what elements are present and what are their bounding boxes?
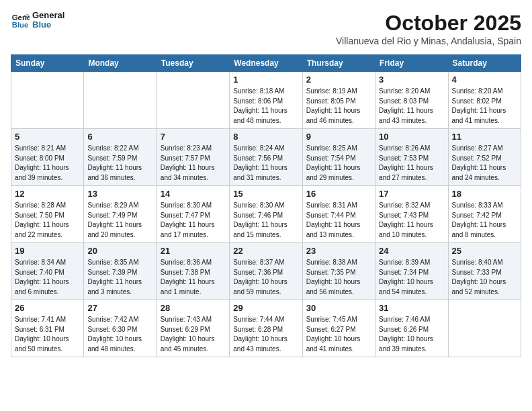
day-info: Sunrise: 8:18 AM Sunset: 8:06 PM Dayligh… xyxy=(233,87,298,126)
day-info: Sunrise: 7:41 AM Sunset: 6:31 PM Dayligh… xyxy=(15,315,80,354)
calendar-header-row: SundayMondayTuesdayWednesdayThursdayFrid… xyxy=(11,55,521,72)
day-number: 19 xyxy=(15,246,80,256)
column-header-sunday: Sunday xyxy=(11,55,84,72)
calendar-cell: 11Sunrise: 8:27 AM Sunset: 7:52 PM Dayli… xyxy=(448,129,521,186)
day-info: Sunrise: 8:32 AM Sunset: 7:43 PM Dayligh… xyxy=(379,201,444,240)
day-number: 24 xyxy=(379,246,444,256)
logo: General Blue General Blue xyxy=(11,11,64,30)
day-number: 4 xyxy=(452,75,517,85)
calendar-cell: 23Sunrise: 8:38 AM Sunset: 7:35 PM Dayli… xyxy=(302,243,375,300)
day-info: Sunrise: 8:25 AM Sunset: 7:54 PM Dayligh… xyxy=(306,144,371,183)
day-number: 29 xyxy=(233,303,298,313)
day-number: 12 xyxy=(15,189,80,199)
calendar-cell: 14Sunrise: 8:30 AM Sunset: 7:47 PM Dayli… xyxy=(157,186,229,243)
day-info: Sunrise: 8:24 AM Sunset: 7:56 PM Dayligh… xyxy=(233,144,298,183)
calendar-cell: 30Sunrise: 7:45 AM Sunset: 6:27 PM Dayli… xyxy=(302,300,375,357)
day-number: 5 xyxy=(15,132,80,142)
day-info: Sunrise: 8:36 AM Sunset: 7:38 PM Dayligh… xyxy=(161,258,226,297)
calendar-week-row: 1Sunrise: 8:18 AM Sunset: 8:06 PM Daylig… xyxy=(11,72,521,129)
day-info: Sunrise: 8:31 AM Sunset: 7:44 PM Dayligh… xyxy=(306,201,371,240)
calendar-cell: 26Sunrise: 7:41 AM Sunset: 6:31 PM Dayli… xyxy=(11,300,84,357)
day-info: Sunrise: 8:30 AM Sunset: 7:47 PM Dayligh… xyxy=(161,201,226,240)
day-info: Sunrise: 7:46 AM Sunset: 6:26 PM Dayligh… xyxy=(379,315,444,354)
calendar-cell: 6Sunrise: 8:22 AM Sunset: 7:59 PM Daylig… xyxy=(84,129,157,186)
calendar-cell: 25Sunrise: 8:40 AM Sunset: 7:33 PM Dayli… xyxy=(448,243,521,300)
calendar-cell: 5Sunrise: 8:21 AM Sunset: 8:00 PM Daylig… xyxy=(11,129,84,186)
calendar-cell: 4Sunrise: 8:20 AM Sunset: 8:02 PM Daylig… xyxy=(448,72,521,129)
day-info: Sunrise: 8:23 AM Sunset: 7:57 PM Dayligh… xyxy=(161,144,226,183)
calendar-cell: 16Sunrise: 8:31 AM Sunset: 7:44 PM Dayli… xyxy=(302,186,375,243)
day-number: 22 xyxy=(233,246,298,256)
day-info: Sunrise: 7:42 AM Sunset: 6:30 PM Dayligh… xyxy=(87,315,152,354)
day-info: Sunrise: 8:37 AM Sunset: 7:36 PM Dayligh… xyxy=(233,258,298,297)
calendar-cell: 9Sunrise: 8:25 AM Sunset: 7:54 PM Daylig… xyxy=(302,129,375,186)
day-info: Sunrise: 8:33 AM Sunset: 7:42 PM Dayligh… xyxy=(452,201,517,240)
day-number: 9 xyxy=(306,132,371,142)
day-number: 23 xyxy=(306,246,371,256)
day-info: Sunrise: 8:40 AM Sunset: 7:33 PM Dayligh… xyxy=(452,258,517,297)
column-header-thursday: Thursday xyxy=(302,55,375,72)
svg-text:Blue: Blue xyxy=(12,21,29,29)
calendar-table: SundayMondayTuesdayWednesdayThursdayFrid… xyxy=(11,54,521,357)
day-number: 13 xyxy=(87,189,152,199)
calendar-cell xyxy=(84,72,157,129)
day-info: Sunrise: 7:45 AM Sunset: 6:27 PM Dayligh… xyxy=(306,315,371,354)
day-number: 20 xyxy=(87,246,152,256)
day-number: 3 xyxy=(379,75,444,85)
calendar-cell: 19Sunrise: 8:34 AM Sunset: 7:40 PM Dayli… xyxy=(11,243,84,300)
calendar-cell: 8Sunrise: 8:24 AM Sunset: 7:56 PM Daylig… xyxy=(230,129,302,186)
logo-text-blue: Blue xyxy=(32,20,64,30)
day-number: 27 xyxy=(87,303,152,313)
day-number: 18 xyxy=(452,189,517,199)
title-section: October 2025 Villanueva del Rio y Minas,… xyxy=(336,11,521,46)
calendar-cell: 18Sunrise: 8:33 AM Sunset: 7:42 PM Dayli… xyxy=(448,186,521,243)
calendar-week-row: 19Sunrise: 8:34 AM Sunset: 7:40 PM Dayli… xyxy=(11,243,521,300)
calendar-cell: 20Sunrise: 8:35 AM Sunset: 7:39 PM Dayli… xyxy=(84,243,157,300)
day-info: Sunrise: 8:20 AM Sunset: 8:02 PM Dayligh… xyxy=(452,87,517,126)
calendar-cell: 29Sunrise: 7:44 AM Sunset: 6:28 PM Dayli… xyxy=(230,300,302,357)
calendar-cell: 12Sunrise: 8:28 AM Sunset: 7:50 PM Dayli… xyxy=(11,186,84,243)
day-number: 8 xyxy=(233,132,298,142)
page-header: General Blue General Blue October 2025 V… xyxy=(11,11,521,46)
column-header-friday: Friday xyxy=(375,55,448,72)
calendar-cell: 27Sunrise: 7:42 AM Sunset: 6:30 PM Dayli… xyxy=(84,300,157,357)
day-number: 28 xyxy=(161,303,226,313)
calendar-cell: 17Sunrise: 8:32 AM Sunset: 7:43 PM Dayli… xyxy=(375,186,448,243)
logo-icon: General Blue xyxy=(11,11,30,30)
calendar-cell: 28Sunrise: 7:43 AM Sunset: 6:29 PM Dayli… xyxy=(157,300,229,357)
logo-text-general: General xyxy=(32,11,64,20)
day-number: 6 xyxy=(87,132,152,142)
day-info: Sunrise: 8:29 AM Sunset: 7:49 PM Dayligh… xyxy=(87,201,152,240)
day-number: 1 xyxy=(233,75,298,85)
calendar-cell: 13Sunrise: 8:29 AM Sunset: 7:49 PM Dayli… xyxy=(84,186,157,243)
calendar-cell: 24Sunrise: 8:39 AM Sunset: 7:34 PM Dayli… xyxy=(375,243,448,300)
day-info: Sunrise: 8:28 AM Sunset: 7:50 PM Dayligh… xyxy=(15,201,80,240)
day-info: Sunrise: 8:39 AM Sunset: 7:34 PM Dayligh… xyxy=(379,258,444,297)
day-info: Sunrise: 8:38 AM Sunset: 7:35 PM Dayligh… xyxy=(306,258,371,297)
column-header-tuesday: Tuesday xyxy=(157,55,229,72)
calendar-cell xyxy=(11,72,84,129)
day-number: 17 xyxy=(379,189,444,199)
calendar-cell: 22Sunrise: 8:37 AM Sunset: 7:36 PM Dayli… xyxy=(230,243,302,300)
column-header-saturday: Saturday xyxy=(448,55,521,72)
day-number: 7 xyxy=(161,132,226,142)
column-header-monday: Monday xyxy=(84,55,157,72)
calendar-cell xyxy=(448,300,521,357)
day-info: Sunrise: 7:43 AM Sunset: 6:29 PM Dayligh… xyxy=(161,315,226,354)
calendar-cell: 21Sunrise: 8:36 AM Sunset: 7:38 PM Dayli… xyxy=(157,243,229,300)
calendar-cell: 1Sunrise: 8:18 AM Sunset: 8:06 PM Daylig… xyxy=(230,72,302,129)
column-header-wednesday: Wednesday xyxy=(230,55,302,72)
day-number: 14 xyxy=(161,189,226,199)
calendar-cell: 10Sunrise: 8:26 AM Sunset: 7:53 PM Dayli… xyxy=(375,129,448,186)
location-subtitle: Villanueva del Rio y Minas, Andalusia, S… xyxy=(336,36,521,46)
calendar-cell: 7Sunrise: 8:23 AM Sunset: 7:57 PM Daylig… xyxy=(157,129,229,186)
calendar-cell xyxy=(157,72,229,129)
day-info: Sunrise: 7:44 AM Sunset: 6:28 PM Dayligh… xyxy=(233,315,298,354)
day-number: 21 xyxy=(161,246,226,256)
calendar-cell: 3Sunrise: 8:20 AM Sunset: 8:03 PM Daylig… xyxy=(375,72,448,129)
day-number: 11 xyxy=(452,132,517,142)
calendar-week-row: 5Sunrise: 8:21 AM Sunset: 8:00 PM Daylig… xyxy=(11,129,521,186)
day-info: Sunrise: 8:27 AM Sunset: 7:52 PM Dayligh… xyxy=(452,144,517,183)
day-info: Sunrise: 8:35 AM Sunset: 7:39 PM Dayligh… xyxy=(87,258,152,297)
day-number: 16 xyxy=(306,189,371,199)
